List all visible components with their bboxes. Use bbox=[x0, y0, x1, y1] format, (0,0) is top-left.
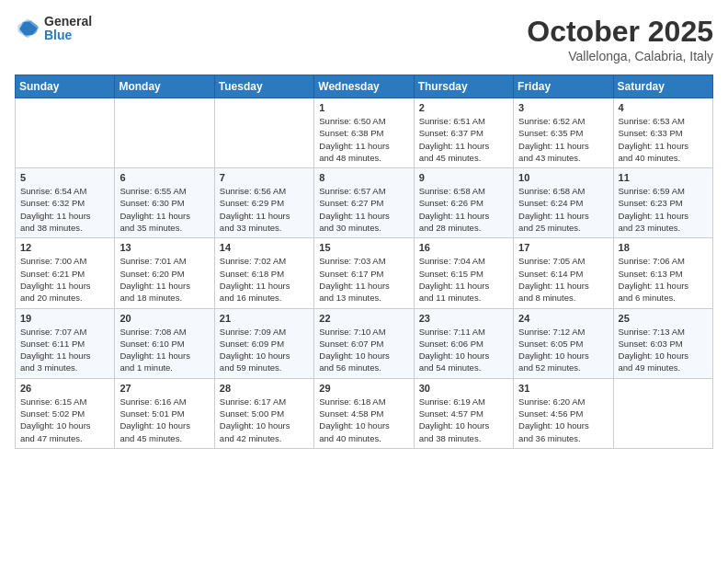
calendar-cell: 11Sunrise: 6:59 AM Sunset: 6:23 PM Dayli… bbox=[613, 168, 712, 238]
day-number: 22 bbox=[319, 313, 408, 324]
logo-blue-text: Blue bbox=[44, 29, 92, 42]
day-number: 25 bbox=[619, 313, 708, 324]
day-info: Sunrise: 6:53 AM Sunset: 6:33 PM Dayligh… bbox=[619, 115, 708, 164]
day-number: 20 bbox=[119, 313, 209, 324]
calendar-cell: 13Sunrise: 7:01 AM Sunset: 6:20 PM Dayli… bbox=[115, 238, 214, 308]
day-info: Sunrise: 6:56 AM Sunset: 6:29 PM Dayligh… bbox=[220, 185, 309, 234]
day-info: Sunrise: 6:19 AM Sunset: 4:57 PM Dayligh… bbox=[419, 396, 508, 444]
page-header: General Blue October 2025 Vallelonga, Ca… bbox=[15, 15, 713, 63]
day-number: 26 bbox=[20, 383, 109, 394]
calendar-cell: 30Sunrise: 6:19 AM Sunset: 4:57 PM Dayli… bbox=[414, 378, 513, 448]
day-info: Sunrise: 6:55 AM Sunset: 6:30 PM Dayligh… bbox=[119, 185, 209, 234]
day-info: Sunrise: 7:02 AM Sunset: 6:18 PM Dayligh… bbox=[220, 255, 309, 304]
day-number: 21 bbox=[220, 313, 309, 324]
day-number: 29 bbox=[319, 383, 408, 394]
calendar-cell: 27Sunrise: 6:16 AM Sunset: 5:01 PM Dayli… bbox=[115, 378, 214, 448]
day-number: 15 bbox=[319, 242, 408, 253]
calendar-cell bbox=[613, 378, 712, 448]
logo-icon bbox=[15, 16, 40, 41]
day-of-week-header: Thursday bbox=[414, 75, 513, 98]
day-number: 24 bbox=[518, 313, 608, 324]
day-info: Sunrise: 6:58 AM Sunset: 6:26 PM Dayligh… bbox=[419, 185, 508, 234]
day-of-week-header: Tuesday bbox=[214, 75, 313, 98]
day-info: Sunrise: 7:06 AM Sunset: 6:13 PM Dayligh… bbox=[619, 255, 708, 304]
logo-text: General Blue bbox=[44, 15, 92, 43]
day-info: Sunrise: 7:08 AM Sunset: 6:10 PM Dayligh… bbox=[119, 326, 209, 374]
day-info: Sunrise: 6:50 AM Sunset: 6:38 PM Dayligh… bbox=[319, 115, 408, 164]
calendar-cell: 14Sunrise: 7:02 AM Sunset: 6:18 PM Dayli… bbox=[214, 238, 313, 308]
calendar-week-row: 26Sunrise: 6:15 AM Sunset: 5:02 PM Dayli… bbox=[16, 378, 713, 448]
day-number: 23 bbox=[419, 313, 508, 324]
day-number: 31 bbox=[518, 383, 608, 394]
day-number: 19 bbox=[20, 313, 109, 324]
calendar-cell: 8Sunrise: 6:57 AM Sunset: 6:27 PM Daylig… bbox=[314, 168, 414, 238]
day-info: Sunrise: 6:57 AM Sunset: 6:27 PM Dayligh… bbox=[319, 185, 408, 234]
day-number: 27 bbox=[119, 383, 209, 394]
calendar-cell: 17Sunrise: 7:05 AM Sunset: 6:14 PM Dayli… bbox=[514, 238, 613, 308]
day-number: 30 bbox=[419, 383, 508, 394]
day-info: Sunrise: 6:16 AM Sunset: 5:01 PM Dayligh… bbox=[119, 396, 209, 444]
day-info: Sunrise: 7:00 AM Sunset: 6:21 PM Dayligh… bbox=[20, 255, 109, 304]
day-info: Sunrise: 6:20 AM Sunset: 4:56 PM Dayligh… bbox=[518, 396, 608, 444]
calendar-cell: 6Sunrise: 6:55 AM Sunset: 6:30 PM Daylig… bbox=[115, 168, 214, 238]
calendar-week-row: 5Sunrise: 6:54 AM Sunset: 6:32 PM Daylig… bbox=[16, 168, 713, 238]
calendar-cell: 16Sunrise: 7:04 AM Sunset: 6:15 PM Dayli… bbox=[414, 238, 513, 308]
day-number: 18 bbox=[619, 242, 708, 253]
day-number: 5 bbox=[20, 172, 109, 183]
day-info: Sunrise: 6:52 AM Sunset: 6:35 PM Dayligh… bbox=[518, 115, 608, 164]
day-number: 6 bbox=[119, 172, 209, 183]
calendar-cell: 25Sunrise: 7:13 AM Sunset: 6:03 PM Dayli… bbox=[613, 308, 712, 378]
day-number: 2 bbox=[419, 102, 508, 113]
day-number: 13 bbox=[119, 242, 209, 253]
calendar-cell: 23Sunrise: 7:11 AM Sunset: 6:06 PM Dayli… bbox=[414, 308, 513, 378]
day-of-week-header: Monday bbox=[115, 75, 214, 98]
day-of-week-header: Sunday bbox=[16, 75, 115, 98]
day-number: 12 bbox=[20, 242, 109, 253]
calendar-week-row: 12Sunrise: 7:00 AM Sunset: 6:21 PM Dayli… bbox=[16, 238, 713, 308]
calendar-table: SundayMondayTuesdayWednesdayThursdayFrid… bbox=[15, 75, 713, 449]
day-info: Sunrise: 7:05 AM Sunset: 6:14 PM Dayligh… bbox=[518, 255, 608, 304]
calendar-cell: 15Sunrise: 7:03 AM Sunset: 6:17 PM Dayli… bbox=[314, 238, 414, 308]
day-info: Sunrise: 7:11 AM Sunset: 6:06 PM Dayligh… bbox=[419, 326, 508, 374]
day-info: Sunrise: 6:18 AM Sunset: 4:58 PM Dayligh… bbox=[319, 396, 408, 444]
day-of-week-header: Saturday bbox=[613, 75, 712, 98]
calendar-cell: 29Sunrise: 6:18 AM Sunset: 4:58 PM Dayli… bbox=[314, 378, 414, 448]
calendar-cell: 28Sunrise: 6:17 AM Sunset: 5:00 PM Dayli… bbox=[214, 378, 313, 448]
calendar-header-row: SundayMondayTuesdayWednesdayThursdayFrid… bbox=[16, 75, 713, 98]
day-number: 3 bbox=[518, 102, 608, 113]
calendar-cell: 4Sunrise: 6:53 AM Sunset: 6:33 PM Daylig… bbox=[613, 98, 712, 168]
calendar-cell: 7Sunrise: 6:56 AM Sunset: 6:29 PM Daylig… bbox=[214, 168, 313, 238]
calendar-cell: 26Sunrise: 6:15 AM Sunset: 5:02 PM Dayli… bbox=[16, 378, 115, 448]
calendar-cell: 1Sunrise: 6:50 AM Sunset: 6:38 PM Daylig… bbox=[314, 98, 414, 168]
day-info: Sunrise: 7:04 AM Sunset: 6:15 PM Dayligh… bbox=[419, 255, 508, 304]
calendar-cell bbox=[214, 98, 313, 168]
calendar-cell: 12Sunrise: 7:00 AM Sunset: 6:21 PM Dayli… bbox=[16, 238, 115, 308]
calendar-cell: 31Sunrise: 6:20 AM Sunset: 4:56 PM Dayli… bbox=[514, 378, 613, 448]
day-number: 14 bbox=[220, 242, 309, 253]
calendar-cell: 21Sunrise: 7:09 AM Sunset: 6:09 PM Dayli… bbox=[214, 308, 313, 378]
logo: General Blue bbox=[15, 15, 92, 43]
day-number: 11 bbox=[619, 172, 708, 183]
day-info: Sunrise: 6:58 AM Sunset: 6:24 PM Dayligh… bbox=[518, 185, 608, 234]
day-number: 10 bbox=[518, 172, 608, 183]
month-title: October 2025 bbox=[527, 15, 713, 49]
calendar-cell: 18Sunrise: 7:06 AM Sunset: 6:13 PM Dayli… bbox=[613, 238, 712, 308]
day-info: Sunrise: 7:12 AM Sunset: 6:05 PM Dayligh… bbox=[518, 326, 608, 374]
calendar-cell: 5Sunrise: 6:54 AM Sunset: 6:32 PM Daylig… bbox=[16, 168, 115, 238]
calendar-cell bbox=[115, 98, 214, 168]
day-number: 1 bbox=[319, 102, 408, 113]
logo-general-text: General bbox=[44, 15, 92, 29]
day-info: Sunrise: 6:59 AM Sunset: 6:23 PM Dayligh… bbox=[619, 185, 708, 234]
day-of-week-header: Friday bbox=[514, 75, 613, 98]
day-number: 8 bbox=[319, 172, 408, 183]
day-info: Sunrise: 7:03 AM Sunset: 6:17 PM Dayligh… bbox=[319, 255, 408, 304]
day-number: 4 bbox=[619, 102, 708, 113]
day-number: 17 bbox=[518, 242, 608, 253]
day-number: 9 bbox=[419, 172, 508, 183]
calendar-cell: 24Sunrise: 7:12 AM Sunset: 6:05 PM Dayli… bbox=[514, 308, 613, 378]
calendar-cell: 3Sunrise: 6:52 AM Sunset: 6:35 PM Daylig… bbox=[514, 98, 613, 168]
day-info: Sunrise: 7:09 AM Sunset: 6:09 PM Dayligh… bbox=[220, 326, 309, 374]
location-subtitle: Vallelonga, Calabria, Italy bbox=[527, 49, 713, 63]
calendar-week-row: 1Sunrise: 6:50 AM Sunset: 6:38 PM Daylig… bbox=[16, 98, 713, 168]
day-info: Sunrise: 6:15 AM Sunset: 5:02 PM Dayligh… bbox=[20, 396, 109, 444]
